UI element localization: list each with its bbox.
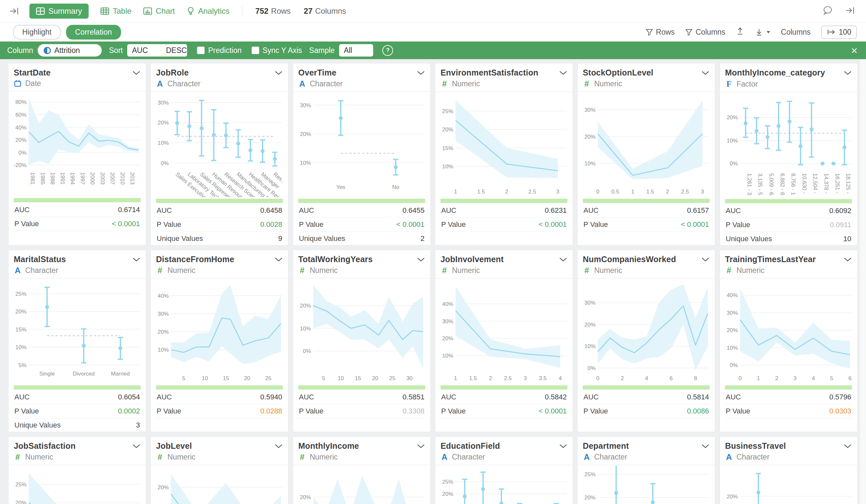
rows-filter[interactable]: Rows bbox=[646, 28, 675, 37]
chevron-down-icon[interactable] bbox=[843, 257, 852, 262]
stat-label: AUC bbox=[157, 393, 172, 401]
chevron-down-icon[interactable] bbox=[701, 444, 710, 449]
column-type-label: Factor bbox=[736, 80, 758, 89]
tab-chart[interactable]: Chart bbox=[143, 7, 175, 16]
chevron-down-icon[interactable] bbox=[559, 70, 567, 76]
close-icon[interactable]: × bbox=[851, 45, 857, 56]
column-chart: 10%20%30%YesNo bbox=[298, 92, 425, 197]
tab-table[interactable]: Table bbox=[100, 7, 132, 16]
column-type-label: Numeric bbox=[310, 266, 338, 275]
svg-text:20%: 20% bbox=[727, 494, 738, 500]
divider bbox=[151, 465, 288, 465]
card-title: BusinessTravel bbox=[725, 441, 786, 451]
svg-text:25%: 25% bbox=[15, 291, 26, 297]
character-icon: A bbox=[14, 266, 22, 275]
svg-text:5%: 5% bbox=[18, 362, 26, 368]
correlation-strength-bar bbox=[298, 199, 425, 203]
analytics-bulb-icon bbox=[187, 7, 195, 16]
chevron-down-icon[interactable] bbox=[559, 444, 567, 449]
download-caret-icon bbox=[766, 31, 770, 34]
svg-text:3,135 - 5: 3,135 - 5 bbox=[757, 173, 763, 195]
column-chart: 0%10%20%30%02468 bbox=[583, 279, 710, 384]
correlation-strength-bar bbox=[441, 385, 567, 390]
chevron-down-icon[interactable] bbox=[417, 444, 425, 449]
svg-text:80%: 80% bbox=[15, 99, 26, 105]
checkbox-box bbox=[252, 46, 259, 54]
chevron-down-icon[interactable] bbox=[132, 70, 141, 76]
stat-value: 0.6458 bbox=[260, 206, 282, 215]
sample-select[interactable]: All bbox=[339, 44, 373, 57]
columns-filter[interactable]: Columns bbox=[685, 28, 725, 37]
svg-text:5: 5 bbox=[182, 375, 185, 381]
column-chart: 0%10%20%30%Sales ExecutiveLaboratory Tec… bbox=[156, 92, 283, 197]
column-chart: 0%10%20%51015202530 bbox=[298, 279, 425, 384]
card-title: MonthlyIncome bbox=[298, 441, 359, 451]
column-label: Column bbox=[7, 46, 33, 55]
scrollbar-track[interactable] bbox=[860, 59, 866, 504]
svg-text:30%: 30% bbox=[442, 318, 453, 325]
chevron-down-icon[interactable] bbox=[701, 70, 710, 76]
svg-text:25%: 25% bbox=[442, 479, 453, 485]
card-title: JobLevel bbox=[156, 441, 192, 451]
p-value-row: P Value0.0303 bbox=[725, 404, 852, 418]
chevron-down-icon[interactable] bbox=[132, 444, 141, 449]
stat-label: AUC bbox=[14, 393, 30, 401]
svg-text:1: 1 bbox=[454, 189, 457, 195]
stat-label: Unique Values bbox=[157, 234, 203, 243]
sort-by-select[interactable]: AUC bbox=[127, 44, 166, 57]
svg-text:20%: 20% bbox=[15, 309, 26, 315]
upload-icon[interactable] bbox=[736, 27, 744, 37]
svg-text:5: 5 bbox=[322, 375, 325, 381]
column-limit-button[interactable]: 100 bbox=[821, 25, 857, 39]
column-select[interactable]: Attrition bbox=[37, 44, 102, 57]
prediction-checkbox[interactable]: Prediction bbox=[197, 46, 241, 55]
highlight-button[interactable]: Highlight bbox=[13, 25, 61, 40]
collapse-panel-icon[interactable] bbox=[845, 6, 856, 16]
svg-text:2: 2 bbox=[489, 375, 492, 381]
card-title: OverTime bbox=[298, 68, 336, 77]
help-icon[interactable]: ? bbox=[382, 45, 393, 56]
download-menu[interactable] bbox=[755, 28, 770, 36]
sort-direction-select[interactable]: DESC bbox=[166, 44, 187, 57]
p-value-row: P Value< 0.0001 bbox=[441, 404, 567, 418]
collapse-sidebar-icon[interactable] bbox=[9, 7, 20, 16]
chevron-down-icon[interactable] bbox=[417, 70, 425, 76]
column-type-label: Numeric bbox=[736, 266, 765, 275]
card-title: StockOptionLevel bbox=[583, 68, 653, 77]
svg-text:10%: 10% bbox=[727, 345, 738, 351]
chevron-down-icon[interactable] bbox=[417, 257, 425, 262]
column-limit-icon bbox=[827, 29, 835, 35]
svg-text:No: No bbox=[392, 184, 399, 190]
chevron-down-icon[interactable] bbox=[701, 257, 710, 262]
auc-row: AUC0.6054 bbox=[14, 390, 141, 404]
sync-y-axis-checkbox[interactable]: Sync Y Axis bbox=[252, 46, 302, 55]
chevron-down-icon[interactable] bbox=[132, 257, 141, 262]
svg-text:3.5: 3.5 bbox=[539, 375, 547, 381]
chevron-down-icon[interactable] bbox=[274, 444, 283, 449]
column-count: 27Columns bbox=[304, 7, 346, 16]
tab-summary[interactable]: Summary bbox=[30, 3, 89, 19]
svg-text:0%: 0% bbox=[587, 365, 596, 371]
stat-value: 0.6231 bbox=[545, 206, 567, 215]
chevron-down-icon[interactable] bbox=[274, 70, 283, 76]
stat-value: < 0.0001 bbox=[539, 407, 567, 415]
chevron-down-icon[interactable] bbox=[274, 257, 283, 262]
svg-text:20%: 20% bbox=[727, 327, 738, 333]
stat-value: 3 bbox=[136, 421, 140, 429]
divider bbox=[435, 278, 573, 279]
stat-label: AUC bbox=[584, 393, 599, 401]
divider bbox=[293, 278, 430, 279]
card-title: MaritalStatus bbox=[14, 255, 66, 264]
svg-text:10: 10 bbox=[338, 375, 344, 381]
p-value-row: P Value< 0.0001 bbox=[583, 218, 710, 232]
correlation-button[interactable]: Correlation bbox=[66, 25, 121, 40]
chevron-down-icon[interactable] bbox=[559, 257, 567, 262]
column-chart: 15%20%25%Human Resourc...SalesResearch &… bbox=[583, 466, 710, 504]
tab-analytics[interactable]: Analytics bbox=[187, 7, 230, 16]
chevron-down-icon[interactable] bbox=[843, 70, 852, 76]
svg-text:15%: 15% bbox=[15, 326, 26, 333]
chevron-down-icon[interactable] bbox=[843, 444, 852, 449]
comments-icon[interactable] bbox=[822, 5, 833, 17]
svg-text:10%: 10% bbox=[442, 164, 453, 170]
stat-value: < 0.0001 bbox=[539, 220, 567, 229]
